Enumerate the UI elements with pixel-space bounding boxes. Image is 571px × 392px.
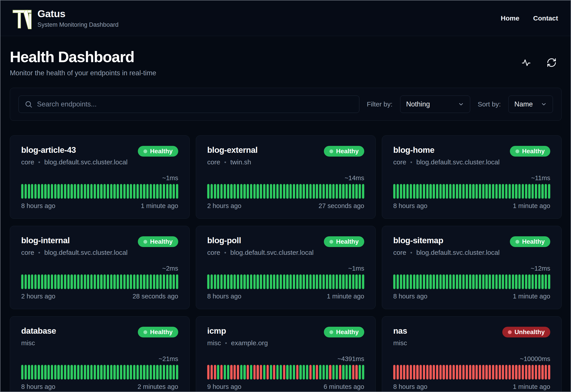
- health-bar: [140, 184, 142, 199]
- health-bar: [515, 365, 517, 379]
- uptime-bars[interactable]: [207, 274, 364, 289]
- health-bar: [326, 274, 328, 289]
- endpoint-card[interactable]: icmp misc • example.org Healthy ~4391ms …: [196, 316, 376, 392]
- endpoint-card[interactable]: database misc Healthy ~21ms 8 hours ago …: [10, 316, 190, 392]
- oldest-timestamp: 8 hours ago: [21, 383, 55, 391]
- uptime-bars[interactable]: [393, 274, 550, 289]
- health-bar: [426, 365, 428, 379]
- uptime-bars[interactable]: [21, 274, 178, 289]
- brand-block: Gatus System Monitoring Dashboard: [37, 8, 119, 28]
- oldest-timestamp: 2 hours ago: [207, 202, 241, 210]
- health-bar: [230, 365, 232, 379]
- health-bar: [214, 274, 216, 289]
- endpoint-name: blog-sitemap: [393, 236, 500, 245]
- endpoint-card[interactable]: blog-article-43 core • blog.default.svc.…: [10, 135, 190, 219]
- health-bar: [393, 365, 395, 379]
- nav-link-contact[interactable]: Contact: [533, 14, 558, 22]
- health-bar: [110, 274, 112, 289]
- refresh-icon[interactable]: [546, 57, 557, 68]
- health-bar: [117, 365, 119, 379]
- health-bar: [25, 365, 27, 379]
- endpoint-grid: blog-article-43 core • blog.default.svc.…: [10, 135, 562, 392]
- search-box[interactable]: [18, 96, 359, 113]
- health-bar: [214, 184, 216, 199]
- health-bar: [528, 274, 530, 289]
- status-label: Healthy: [150, 238, 173, 245]
- health-bar: [319, 365, 321, 379]
- health-bar: [207, 274, 210, 289]
- health-bar: [253, 274, 255, 289]
- activity-icon[interactable]: [521, 57, 531, 68]
- health-bar: [466, 274, 468, 289]
- status-dot-icon: [330, 330, 333, 334]
- health-bar: [71, 184, 73, 199]
- health-bar: [316, 274, 318, 289]
- page-subtitle: Monitor the health of your endpoints in …: [10, 69, 156, 77]
- health-bar: [243, 184, 246, 199]
- health-bar: [420, 365, 422, 379]
- filter-select[interactable]: Nothing: [400, 96, 470, 113]
- filter-value: Nothing: [406, 100, 430, 108]
- health-bar: [349, 184, 351, 199]
- health-bar: [38, 365, 40, 379]
- health-bar: [400, 274, 402, 289]
- health-bar: [113, 365, 116, 379]
- search-input[interactable]: [37, 100, 353, 108]
- health-bar: [25, 274, 27, 289]
- health-bar: [143, 365, 145, 379]
- health-bar: [64, 365, 66, 379]
- uptime-bars[interactable]: [207, 184, 364, 199]
- health-bar: [220, 274, 223, 289]
- uptime-bars[interactable]: [21, 184, 178, 199]
- health-bar: [316, 365, 318, 379]
- health-bar: [34, 184, 37, 199]
- health-bar: [469, 365, 471, 379]
- endpoint-card[interactable]: blog-external core • twin.sh Healthy ~14…: [196, 135, 376, 219]
- health-bar: [67, 274, 70, 289]
- health-bar: [227, 184, 229, 199]
- endpoint-card[interactable]: nas misc Unhealthy ~10000ms 8 hours ago …: [382, 316, 562, 392]
- health-bar: [329, 184, 331, 199]
- endpoint-card[interactable]: blog-home core • blog.default.svc.cluste…: [382, 135, 562, 219]
- health-bar: [289, 274, 292, 289]
- uptime-bars[interactable]: [393, 184, 550, 199]
- avg-latency: ~2ms: [21, 265, 178, 272]
- status-badge: Healthy: [324, 146, 364, 156]
- health-bar: [446, 274, 448, 289]
- health-bar: [319, 274, 321, 289]
- avg-latency: ~11ms: [393, 174, 550, 182]
- dot-separator-icon: •: [38, 249, 40, 256]
- health-bar: [263, 274, 265, 289]
- health-bar: [224, 274, 226, 289]
- endpoint-card[interactable]: blog-sitemap core • blog.default.svc.clu…: [382, 226, 562, 309]
- status-dot-icon: [143, 149, 147, 153]
- uptime-bars[interactable]: [21, 365, 178, 379]
- health-bar: [466, 365, 468, 379]
- health-bar: [518, 184, 521, 199]
- health-bar: [400, 365, 402, 379]
- health-bar: [47, 365, 50, 379]
- health-bar: [518, 274, 521, 289]
- sort-select[interactable]: Name: [508, 96, 553, 113]
- endpoint-card[interactable]: blog-poll core • blog.default.svc.cluste…: [196, 226, 376, 309]
- health-bar: [336, 184, 338, 199]
- health-bar: [84, 184, 86, 199]
- uptime-bars[interactable]: [207, 365, 364, 379]
- health-bar: [237, 184, 239, 199]
- health-bar: [429, 184, 432, 199]
- health-bar: [423, 184, 425, 199]
- health-bar: [439, 184, 442, 199]
- uptime-bars[interactable]: [393, 365, 550, 379]
- health-bar: [240, 184, 242, 199]
- health-bar: [512, 184, 514, 199]
- health-bar: [166, 184, 168, 199]
- health-bar: [207, 184, 210, 199]
- health-bar: [71, 365, 73, 379]
- health-bar: [117, 184, 119, 199]
- nav-link-home[interactable]: Home: [501, 14, 519, 22]
- health-bar: [479, 184, 481, 199]
- brand-subtitle: System Monitoring Dashboard: [37, 21, 119, 28]
- endpoint-card[interactable]: blog-internal core • blog.default.svc.cl…: [10, 226, 190, 309]
- health-bar: [416, 184, 419, 199]
- newest-timestamp: 2 minutes ago: [138, 383, 178, 391]
